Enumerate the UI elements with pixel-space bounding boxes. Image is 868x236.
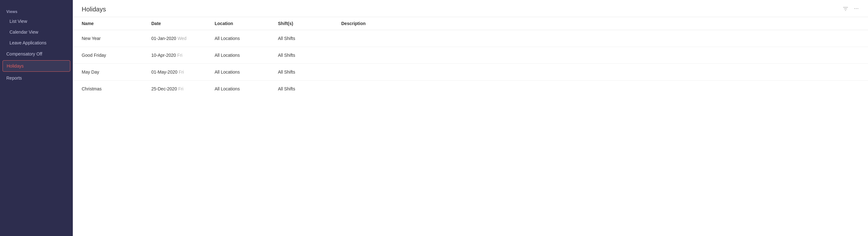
- cell-shifts: All Shifts: [269, 30, 332, 47]
- svg-point-1: [856, 8, 857, 9]
- holidays-table: Name Date Location Shift(s) Description …: [73, 17, 868, 97]
- cell-location: All Locations: [206, 47, 269, 64]
- sidebar-item-holidays[interactable]: Holidays: [3, 60, 70, 72]
- cell-date: 10-Apr-2020Fri: [143, 47, 206, 64]
- main-content: Holidays Name Date Locat: [73, 0, 868, 236]
- table-row: May Day01-May-2020FriAll LocationsAll Sh…: [73, 64, 868, 81]
- sidebar-item-compensatory-off[interactable]: Compensatory Off: [0, 48, 73, 60]
- col-header-description: Description: [332, 17, 868, 30]
- page-title: Holidays: [82, 6, 106, 13]
- cell-shifts: All Shifts: [269, 47, 332, 64]
- cell-date: 01-May-2020Fri: [143, 64, 206, 81]
- sidebar-item-reports[interactable]: Reports: [0, 72, 73, 84]
- cell-location: All Locations: [206, 64, 269, 81]
- table-row: Good Friday10-Apr-2020FriAll LocationsAl…: [73, 47, 868, 64]
- table-header-row: Name Date Location Shift(s) Description: [73, 17, 868, 30]
- cell-shifts: All Shifts: [269, 81, 332, 97]
- cell-name: May Day: [73, 64, 143, 81]
- more-options-icon[interactable]: [854, 6, 859, 13]
- table-row: Christmas25-Dec-2020FriAll LocationsAll …: [73, 81, 868, 97]
- header-actions: [843, 6, 859, 13]
- cell-name: New Year: [73, 30, 143, 47]
- cell-description: [332, 64, 868, 81]
- sidebar-item-leave-applications[interactable]: Leave Applications: [0, 37, 73, 48]
- main-header: Holidays: [73, 0, 868, 17]
- table-row: New Year01-Jan-2020WedAll LocationsAll S…: [73, 30, 868, 47]
- cell-description: [332, 30, 868, 47]
- sidebar-item-calendar-view[interactable]: Calendar View: [0, 27, 73, 37]
- cell-location: All Locations: [206, 81, 269, 97]
- svg-point-2: [858, 8, 858, 9]
- sidebar-item-list-view[interactable]: List View: [0, 16, 73, 27]
- cell-location: All Locations: [206, 30, 269, 47]
- cell-date: 01-Jan-2020Wed: [143, 30, 206, 47]
- col-header-shifts: Shift(s): [269, 17, 332, 30]
- cell-name: Christmas: [73, 81, 143, 97]
- col-header-date: Date: [143, 17, 206, 30]
- cell-description: [332, 47, 868, 64]
- sidebar: Views List View Calendar View Leave Appl…: [0, 0, 73, 236]
- cell-name: Good Friday: [73, 47, 143, 64]
- col-header-name: Name: [73, 17, 143, 30]
- holidays-table-container: Name Date Location Shift(s) Description …: [73, 17, 868, 236]
- cell-description: [332, 81, 868, 97]
- svg-point-0: [855, 8, 855, 9]
- cell-date: 25-Dec-2020Fri: [143, 81, 206, 97]
- views-section-label: Views: [0, 6, 73, 16]
- cell-shifts: All Shifts: [269, 64, 332, 81]
- filter-icon[interactable]: [843, 6, 848, 13]
- col-header-location: Location: [206, 17, 269, 30]
